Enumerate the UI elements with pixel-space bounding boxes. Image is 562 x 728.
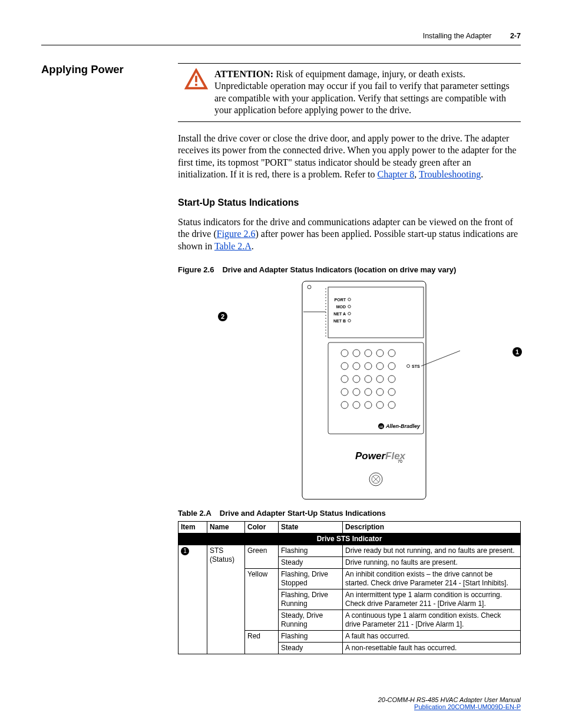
link-chapter-8[interactable]: Chapter 8 bbox=[378, 169, 415, 179]
footer-publication-link[interactable]: Publication 20COMM-UM009D-EN-P bbox=[414, 703, 521, 710]
attention-icon bbox=[178, 68, 214, 117]
page-header: Installing the Adapter 2-7 bbox=[41, 32, 521, 40]
paragraph-startup: Status indicators for the drive and comm… bbox=[178, 216, 521, 252]
svg-text:Allen-Bradley: Allen-Bradley bbox=[385, 423, 421, 429]
cell-state: Steady bbox=[279, 643, 343, 654]
th-item: Item bbox=[178, 522, 207, 533]
svg-point-38 bbox=[341, 401, 348, 409]
svg-point-33 bbox=[341, 388, 348, 396]
svg-point-30 bbox=[365, 375, 372, 383]
svg-point-11 bbox=[348, 305, 351, 308]
svg-point-43 bbox=[407, 365, 410, 368]
svg-text:NET A: NET A bbox=[333, 312, 346, 316]
svg-rect-2 bbox=[195, 76, 197, 83]
section-heading: Applying Power bbox=[41, 63, 178, 76]
cell-desc: Drive ready but not running, and no faul… bbox=[343, 545, 521, 557]
link-table-2-a[interactable]: Table 2.A bbox=[214, 241, 252, 251]
svg-point-19 bbox=[353, 350, 360, 357]
cell-state: Flashing bbox=[279, 631, 343, 643]
svg-point-13 bbox=[348, 312, 351, 315]
svg-point-27 bbox=[388, 363, 395, 370]
subheading-startup: Start-Up Status Indications bbox=[178, 197, 521, 208]
cell-item: 1 bbox=[178, 545, 207, 654]
svg-point-42 bbox=[388, 401, 395, 409]
callout-2: 2 bbox=[218, 312, 227, 321]
header-rule bbox=[41, 45, 521, 45]
svg-point-37 bbox=[388, 388, 395, 396]
cell-state: Flashing, Drive Stopped bbox=[279, 569, 343, 589]
svg-point-36 bbox=[376, 388, 384, 396]
cell-color: Yellow bbox=[245, 569, 279, 631]
cell-desc: A non-resettable fault has occurred. bbox=[343, 643, 521, 654]
header-page-number: 2-7 bbox=[510, 32, 521, 40]
drive-illustration: PORT MOD NET A NET B bbox=[255, 279, 467, 503]
svg-point-25 bbox=[365, 363, 372, 370]
svg-text:NET B: NET B bbox=[333, 319, 346, 323]
svg-rect-4 bbox=[302, 281, 426, 499]
attention-box: ATTENTION: Risk of equipment damage, inj… bbox=[178, 63, 521, 122]
svg-rect-17 bbox=[328, 342, 424, 434]
cell-name: STS(Status) bbox=[207, 545, 245, 654]
cell-color: Green bbox=[245, 545, 279, 569]
svg-point-24 bbox=[353, 363, 360, 370]
svg-point-26 bbox=[376, 363, 384, 370]
svg-point-31 bbox=[376, 375, 384, 383]
link-figure-2-6[interactable]: Figure 2.6 bbox=[217, 229, 256, 239]
svg-point-18 bbox=[341, 350, 348, 357]
svg-point-22 bbox=[388, 350, 395, 357]
svg-text:MOD: MOD bbox=[336, 305, 346, 309]
cell-desc: An inhibit condition exists – the drive … bbox=[343, 569, 521, 589]
svg-point-9 bbox=[348, 298, 351, 301]
svg-point-21 bbox=[376, 350, 384, 357]
svg-point-7 bbox=[308, 285, 311, 289]
cell-state: Steady bbox=[279, 557, 343, 569]
th-color: Color bbox=[245, 522, 279, 533]
svg-line-45 bbox=[421, 351, 460, 366]
svg-point-34 bbox=[353, 388, 360, 396]
svg-text:AB: AB bbox=[379, 425, 384, 429]
svg-point-29 bbox=[353, 375, 360, 383]
paragraph-install: Install the drive cover or close the dri… bbox=[178, 133, 521, 181]
svg-point-35 bbox=[365, 388, 372, 396]
figure-caption: Figure 2.6Drive and Adapter Status Indic… bbox=[178, 265, 521, 274]
th-state: State bbox=[279, 522, 343, 533]
figure-drive: 2 1 PORT MOD NET A bbox=[178, 279, 521, 503]
svg-point-39 bbox=[353, 401, 360, 409]
svg-point-20 bbox=[365, 350, 372, 357]
link-troubleshooting[interactable]: Troubleshooting bbox=[419, 169, 481, 179]
svg-point-15 bbox=[348, 319, 351, 322]
svg-point-41 bbox=[376, 401, 384, 409]
svg-point-40 bbox=[365, 401, 372, 409]
svg-rect-3 bbox=[195, 84, 197, 86]
cell-desc: Drive running, no faults are present. bbox=[343, 557, 521, 569]
section-header: Drive STS Indicator bbox=[178, 533, 521, 545]
cell-state: Flashing, Drive Running bbox=[279, 589, 343, 610]
footer-manual: 20-COMM-H RS-485 HVAC Adapter User Manua… bbox=[378, 696, 521, 703]
table-row: 1 STS(Status) Green Flashing Drive ready… bbox=[178, 545, 521, 557]
table-caption: Table 2.ADrive and Adapter Start-Up Stat… bbox=[178, 509, 521, 518]
status-table: Item Name Color State Description Drive … bbox=[178, 521, 521, 654]
cell-desc: A fault has occurred. bbox=[343, 631, 521, 643]
page-footer: 20-COMM-H RS-485 HVAC Adapter User Manua… bbox=[378, 696, 521, 710]
attention-text: ATTENTION: Risk of equipment damage, inj… bbox=[214, 68, 521, 117]
cell-state: Flashing bbox=[279, 545, 343, 557]
cell-desc: An intermittent type 1 alarm condition i… bbox=[343, 589, 521, 610]
svg-text:STS: STS bbox=[412, 364, 420, 368]
attention-label: ATTENTION: bbox=[214, 69, 273, 79]
cell-color: Red bbox=[245, 631, 279, 654]
table-section-row: Drive STS Indicator bbox=[178, 533, 521, 545]
svg-text:PORT: PORT bbox=[335, 298, 346, 302]
th-name: Name bbox=[207, 522, 245, 533]
callout-1: 1 bbox=[513, 347, 522, 357]
cell-desc: A continuous type 1 alarm condition exis… bbox=[343, 610, 521, 631]
svg-text:70: 70 bbox=[398, 459, 402, 463]
cell-state: Steady, Drive Running bbox=[279, 610, 343, 631]
svg-point-28 bbox=[341, 375, 348, 383]
header-chapter: Installing the Adapter bbox=[423, 32, 492, 40]
table-header-row: Item Name Color State Description bbox=[178, 522, 521, 533]
svg-point-23 bbox=[341, 363, 348, 370]
svg-point-32 bbox=[388, 375, 395, 383]
th-description: Description bbox=[343, 522, 521, 533]
